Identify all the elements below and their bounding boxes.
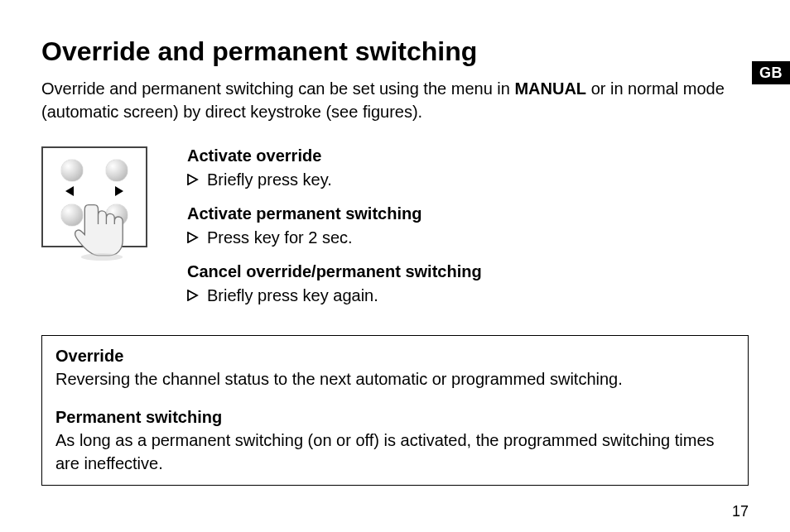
definition-text: Reversing the channel status to the next… (55, 367, 735, 391)
keypad-button-top-right (106, 160, 128, 181)
triangle-right-icon (115, 186, 123, 196)
chevron-right-icon (187, 232, 199, 243)
page-number: 17 (732, 503, 749, 520)
step-line: Briefly press key again. (187, 286, 749, 305)
intro-text-bold: MANUAL (514, 79, 586, 98)
step-line: Press key for 2 sec. (187, 228, 749, 247)
chevron-right-icon (187, 290, 199, 301)
keypad-button-top-left (61, 160, 83, 181)
keypad-button-bottom-right (106, 204, 128, 226)
definition-term: Permanent switching (55, 405, 735, 429)
page-title: Override and permanent switching (41, 36, 749, 67)
keypad-figure (41, 146, 147, 247)
definition-block: Override Reversing the channel status to… (55, 344, 735, 391)
step-text: Press key for 2 sec. (207, 228, 353, 247)
step-line: Briefly press key. (187, 170, 749, 189)
intro-text-pre: Override and permanent switching can be … (41, 79, 514, 98)
step-title: Activate override (187, 146, 749, 165)
instructions-list: Activate override Briefly press key. Act… (187, 146, 749, 305)
keypad-button-bottom-left (61, 204, 83, 226)
step-title: Activate permanent switching (187, 204, 749, 223)
svg-point-0 (81, 253, 123, 261)
instruction-row: Activate override Briefly press key. Act… (41, 146, 749, 305)
step-text: Briefly press key again. (207, 286, 378, 305)
chevron-right-icon (187, 174, 199, 185)
page-body: Override and permanent switching Overrid… (0, 0, 790, 486)
step-title: Cancel override/permanent switching (187, 262, 749, 281)
definition-term: Override (55, 344, 735, 367)
definition-text: As long as a permanent switching (on or … (55, 429, 735, 475)
definition-block: Permanent switching As long as a permane… (55, 405, 735, 475)
intro-paragraph: Override and permanent switching can be … (41, 77, 729, 123)
triangle-left-icon (65, 186, 74, 196)
definitions-box: Override Reversing the channel status to… (41, 335, 749, 486)
step-text: Briefly press key. (207, 170, 332, 189)
